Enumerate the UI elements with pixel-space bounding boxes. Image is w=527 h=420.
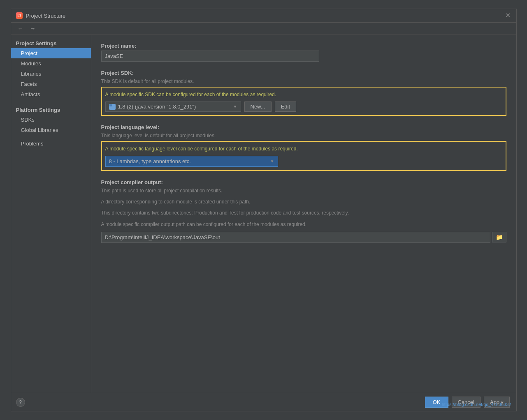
close-button[interactable]: ✕	[505, 12, 511, 19]
language-level-dropdown[interactable]: 8 - Lambdas, type annotations etc. ▼	[105, 156, 278, 167]
sidebar-item-artifacts[interactable]: Artifacts	[11, 89, 91, 99]
project-sdk-desc1: This SDK is default for all project modu…	[101, 78, 506, 85]
dialog-title: Project Structure	[26, 13, 66, 19]
forward-arrow[interactable]: →	[28, 24, 37, 32]
language-dropdown-arrow: ▼	[270, 159, 274, 164]
project-sdk-label: Project SDK:	[101, 70, 506, 76]
sdk-select-dropdown[interactable]: 1.8 (2) (java version "1.8.0_291") ▼	[105, 102, 241, 112]
project-name-group: Project name:	[101, 43, 506, 62]
project-sdk-group: Project SDK: This SDK is default for all…	[101, 70, 506, 116]
project-sdk-desc2: A module specific SDK can be configured …	[105, 91, 502, 98]
bottom-bar: OK Cancel Apply	[11, 393, 516, 411]
compiler-output-group: Project compiler output: This path is us…	[101, 179, 506, 243]
sidebar-item-libraries[interactable]: Libraries	[11, 69, 91, 79]
project-name-label: Project name:	[101, 43, 506, 49]
sdk-dropdown-arrow: ▼	[233, 104, 237, 109]
sidebar-item-facets[interactable]: Facets	[11, 79, 91, 89]
project-settings-section-label: Project Settings	[11, 38, 91, 48]
sdk-select-inner: 1.8 (2) (java version "1.8.0_291")	[109, 104, 196, 110]
compiler-output-path-input[interactable]	[101, 232, 490, 243]
sdk-row: 1.8 (2) (java version "1.8.0_291") ▼ New…	[105, 102, 502, 112]
title-bar: IJ Project Structure ✕	[11, 9, 516, 23]
project-name-input[interactable]	[101, 51, 319, 62]
sdk-highlight-box: A module specific SDK can be configured …	[101, 87, 506, 116]
main-panel: Project name: Project SDK: This SDK is d…	[91, 35, 516, 393]
help-button[interactable]: ?	[16, 398, 25, 407]
sidebar-item-modules[interactable]: Modules	[11, 58, 91, 69]
compiler-output-desc2: A directory corresponding to each module…	[101, 198, 506, 206]
app-icon: IJ	[16, 12, 23, 19]
nav-bar: ← →	[11, 23, 516, 35]
sidebar: Project Settings Project Modules Librari…	[11, 35, 91, 393]
sdk-folder-icon	[109, 104, 116, 110]
sdk-value-text: 1.8 (2) (java version "1.8.0_291")	[118, 104, 196, 110]
language-level-label: Project language level:	[101, 124, 506, 130]
compiler-output-desc3: This directory contains two subdirectori…	[101, 209, 506, 217]
compiler-output-desc4: A module specific compiler output path c…	[101, 221, 506, 228]
language-level-desc1: This language level is default for all p…	[101, 132, 506, 139]
compiler-output-desc1: This path is used to store all project c…	[101, 187, 506, 195]
platform-settings-section-label: Platform Settings	[11, 104, 91, 115]
compiler-output-label: Project compiler output:	[101, 179, 506, 185]
title-bar-left: IJ Project Structure	[16, 12, 66, 19]
language-level-group: Project language level: This language le…	[101, 124, 506, 171]
sidebar-item-global-libraries[interactable]: Global Libraries	[11, 125, 91, 135]
language-highlight-box: A module specific language level can be …	[101, 141, 506, 171]
sdk-edit-button[interactable]: Edit	[275, 102, 296, 112]
watermark-link: https://blog.csdn.net/qq_41835332	[442, 402, 511, 407]
language-level-value: 8 - Lambdas, type annotations etc.	[109, 158, 191, 164]
sidebar-item-project[interactable]: Project	[11, 48, 91, 58]
compiler-output-folder-button[interactable]: 📁	[492, 232, 506, 242]
back-arrow[interactable]: ←	[16, 24, 25, 32]
sdk-new-button[interactable]: New...	[244, 102, 272, 112]
sidebar-item-sdks[interactable]: SDKs	[11, 115, 91, 125]
sidebar-item-problems[interactable]: Problems	[11, 138, 91, 149]
project-structure-dialog: IJ Project Structure ✕ ← → Project Setti…	[11, 9, 517, 411]
compiler-output-path-row: 📁	[101, 232, 506, 243]
content-area: Project Settings Project Modules Librari…	[11, 35, 516, 393]
language-level-desc2: A module specific language level can be …	[105, 145, 502, 152]
